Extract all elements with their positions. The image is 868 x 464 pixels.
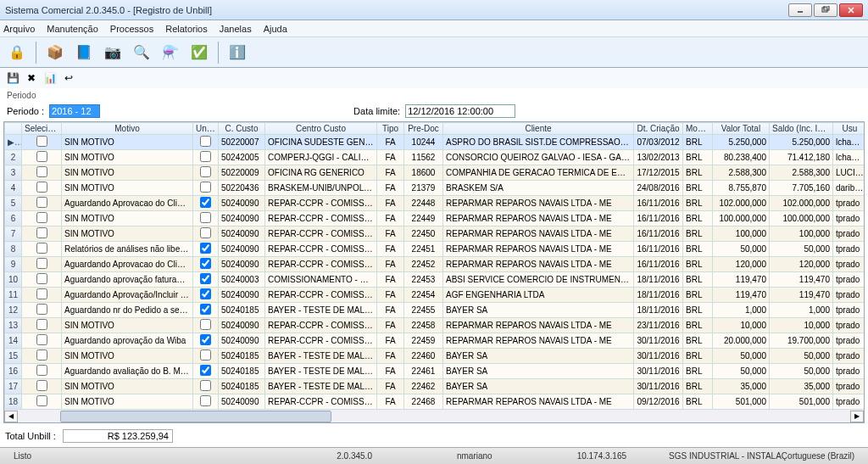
- table-row[interactable]: 9Aguardando Aprovacao do Cliente50240090…: [5, 257, 865, 272]
- unbill-cell[interactable]: [193, 135, 219, 150]
- unbill-cell[interactable]: [193, 272, 219, 288]
- unbill-cell[interactable]: [193, 196, 219, 211]
- table-row[interactable]: 18SIN MOTIVO50240090REPAR-CCPR - COMISSI…: [5, 394, 865, 410]
- select-cell[interactable]: [22, 257, 62, 272]
- column-header[interactable]: Tipo: [377, 123, 404, 135]
- select-cell[interactable]: [22, 196, 62, 211]
- column-header[interactable]: Dt. Criação: [634, 123, 683, 135]
- unbill-checkbox[interactable]: [200, 288, 211, 299]
- unbill-checkbox[interactable]: [200, 365, 211, 376]
- unbill-checkbox[interactable]: [200, 166, 211, 177]
- select-checkbox[interactable]: [36, 380, 47, 391]
- menu-item[interactable]: Janelas: [220, 24, 252, 34]
- table-row[interactable]: ▶1SIN MOTIVO50220007OFICINA SUDESTE GENE…: [5, 135, 865, 150]
- unbill-cell[interactable]: [193, 333, 219, 349]
- select-cell[interactable]: [22, 349, 62, 364]
- unbill-checkbox[interactable]: [200, 334, 211, 345]
- select-checkbox[interactable]: [36, 395, 47, 406]
- select-cell[interactable]: [22, 165, 62, 181]
- select-cell[interactable]: [22, 211, 62, 226]
- menu-item[interactable]: Ajuda: [264, 24, 287, 34]
- select-checkbox[interactable]: [36, 258, 47, 269]
- book-icon[interactable]: 📘: [72, 41, 96, 64]
- select-cell[interactable]: [22, 318, 62, 333]
- unbill-cell[interactable]: [193, 303, 219, 318]
- unbill-checkbox[interactable]: [200, 197, 211, 208]
- cube-icon[interactable]: 📦: [43, 41, 67, 64]
- select-cell[interactable]: [22, 135, 62, 150]
- select-checkbox[interactable]: [36, 212, 47, 223]
- column-header[interactable]: Motivo: [62, 123, 193, 135]
- table-row[interactable]: 5Aguardando Aprovacao do Cliente50240090…: [5, 196, 865, 211]
- lock-icon[interactable]: 🔒: [5, 41, 29, 64]
- limit-input[interactable]: [405, 104, 515, 118]
- menu-item[interactable]: Manutenção: [47, 24, 98, 34]
- info-icon[interactable]: ℹ️: [225, 41, 249, 64]
- column-header[interactable]: Selecione: [22, 123, 62, 135]
- unbill-checkbox[interactable]: [200, 182, 211, 193]
- select-cell[interactable]: [22, 394, 62, 410]
- table-row[interactable]: 8Relatórios de análises não liberado.502…: [5, 242, 865, 257]
- select-cell[interactable]: [22, 272, 62, 288]
- unbill-cell[interactable]: [193, 364, 219, 379]
- select-cell[interactable]: [22, 150, 62, 165]
- select-checkbox[interactable]: [36, 319, 47, 330]
- unbill-cell[interactable]: [193, 288, 219, 303]
- table-row[interactable]: 7SIN MOTIVO50240090REPAR-CCPR - COMISSIO…: [5, 226, 865, 242]
- unbill-cell[interactable]: [193, 394, 219, 410]
- delete-icon[interactable]: ✖: [24, 70, 39, 86]
- unbill-cell[interactable]: [193, 379, 219, 394]
- horizontal-scrollbar[interactable]: ◀ ▶: [4, 409, 864, 422]
- camera-icon[interactable]: 📷: [101, 41, 125, 64]
- table-row[interactable]: 15SIN MOTIVO50240185BAYER - TESTE DE MAL…: [5, 349, 865, 364]
- select-cell[interactable]: [22, 333, 62, 349]
- select-cell[interactable]: [22, 288, 62, 303]
- table-row[interactable]: 13SIN MOTIVO50240090REPAR-CCPR - COMISSI…: [5, 318, 865, 333]
- column-header[interactable]: Moeda: [683, 123, 713, 135]
- table-row[interactable]: 4SIN MOTIVO50220436BRASKEM-UNIB/UNPOL - …: [5, 181, 865, 196]
- unbill-checkbox[interactable]: [200, 304, 211, 315]
- select-cell[interactable]: [22, 303, 62, 318]
- unbill-cell[interactable]: [193, 211, 219, 226]
- column-header[interactable]: Unbill: [193, 123, 219, 135]
- unbill-checkbox[interactable]: [200, 151, 211, 162]
- scroll-right-button[interactable]: ▶: [850, 411, 864, 422]
- unbill-checkbox[interactable]: [200, 212, 211, 223]
- exit-icon[interactable]: ↩: [61, 70, 76, 86]
- search-icon[interactable]: 🔍: [130, 41, 153, 64]
- unbill-checkbox[interactable]: [200, 273, 211, 284]
- select-checkbox[interactable]: [36, 166, 47, 177]
- select-checkbox[interactable]: [36, 304, 47, 315]
- unbill-checkbox[interactable]: [200, 319, 211, 330]
- select-checkbox[interactable]: [36, 197, 47, 208]
- select-checkbox[interactable]: [36, 227, 47, 238]
- period-input[interactable]: [49, 104, 100, 118]
- maximize-button[interactable]: [814, 3, 837, 17]
- column-header[interactable]: Usu: [833, 123, 865, 135]
- unbill-cell[interactable]: [193, 226, 219, 242]
- select-checkbox[interactable]: [36, 273, 47, 284]
- table-row[interactable]: 10Aguardando aprovação faturamento ...50…: [5, 272, 865, 288]
- flask-icon[interactable]: ⚗️: [159, 41, 182, 64]
- close-button[interactable]: [839, 3, 863, 17]
- select-cell[interactable]: [22, 364, 62, 379]
- unbill-checkbox[interactable]: [200, 136, 211, 147]
- select-checkbox[interactable]: [36, 136, 47, 147]
- select-cell[interactable]: [22, 181, 62, 196]
- column-header[interactable]: C. Custo: [219, 123, 265, 135]
- select-cell[interactable]: [22, 242, 62, 257]
- unbill-cell[interactable]: [193, 349, 219, 364]
- unbill-checkbox[interactable]: [200, 349, 211, 361]
- unbill-cell[interactable]: [193, 318, 219, 333]
- select-checkbox[interactable]: [36, 334, 47, 345]
- table-row[interactable]: 3SIN MOTIVO50220009OFICINA RG GENERICOFA…: [5, 165, 865, 181]
- unbill-checkbox[interactable]: [200, 243, 211, 254]
- save-icon[interactable]: 💾: [5, 70, 20, 86]
- select-checkbox[interactable]: [36, 243, 47, 254]
- select-checkbox[interactable]: [36, 182, 47, 193]
- table-row[interactable]: 12Aguardando nr do Pedido a ser incluid.…: [5, 303, 865, 318]
- excel-icon[interactable]: 📊: [42, 70, 58, 86]
- select-cell[interactable]: [22, 226, 62, 242]
- check-icon[interactable]: ✅: [187, 41, 211, 64]
- unbill-cell[interactable]: [193, 150, 219, 165]
